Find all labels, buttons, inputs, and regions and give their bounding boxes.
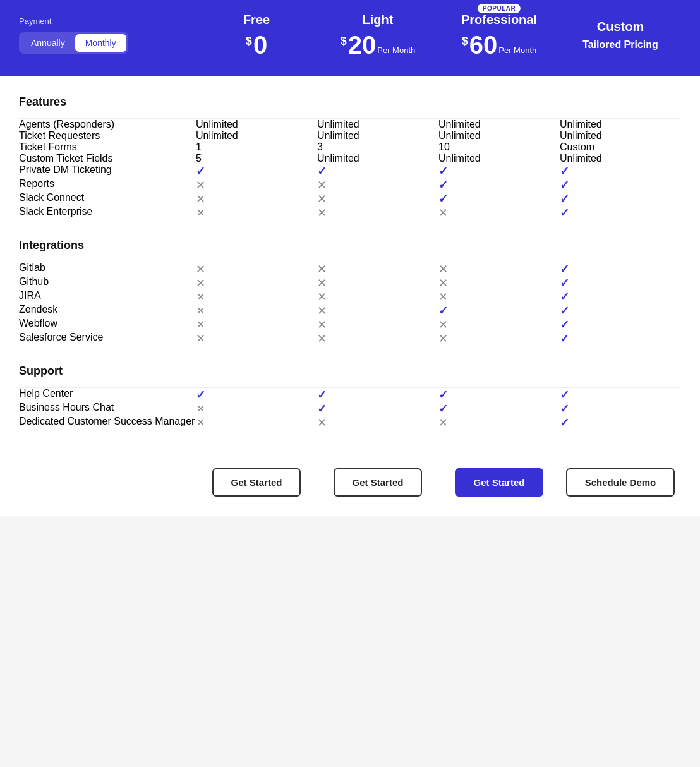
cell-1-0-0: ✕ xyxy=(196,262,317,276)
plan-free-amount: 0 xyxy=(253,32,267,57)
plan-free-price: $ 0 xyxy=(196,32,317,57)
cell-1-4-0: ✕ xyxy=(196,318,317,332)
cell-0-0-2: Unlimited xyxy=(438,119,560,130)
check-icon: ✓ xyxy=(560,193,569,205)
section-title-0: Features xyxy=(19,76,681,118)
annually-toggle[interactable]: Annually xyxy=(21,34,75,52)
features-table: FeaturesAgents (Responders)UnlimitedUnli… xyxy=(0,76,700,449)
row-label-0-7: Slack Enterprise xyxy=(19,206,196,220)
schedule-demo-button[interactable]: Schedule Demo xyxy=(566,468,675,497)
x-icon: ✕ xyxy=(196,207,205,219)
row-label-1-3: Zendesk xyxy=(19,304,196,318)
plan-light-amount: 20 xyxy=(348,32,377,57)
cell-1-1-3: ✓ xyxy=(560,276,681,290)
cell-1-2-1: ✕ xyxy=(317,290,438,304)
cell-0-2-0: 1 xyxy=(196,142,317,153)
cell-0-5-1: ✕ xyxy=(317,178,438,192)
row-label-0-4: Private DM Ticketing xyxy=(19,164,196,178)
check-icon: ✓ xyxy=(560,291,569,303)
payment-label: Payment xyxy=(19,16,196,26)
check-icon: ✓ xyxy=(438,402,448,415)
x-icon: ✕ xyxy=(438,416,448,429)
cell-0-7-2: ✕ xyxy=(438,206,560,220)
x-icon: ✕ xyxy=(438,277,448,289)
x-icon: ✕ xyxy=(196,305,205,317)
plan-light-period: Per Month xyxy=(377,45,415,55)
cell-0-4-1: ✓ xyxy=(317,164,438,178)
cell-0-2-2: 10 xyxy=(438,142,560,153)
cell-1-3-2: ✓ xyxy=(438,304,560,318)
footer-custom-btn: Schedule Demo xyxy=(560,468,681,497)
section-title-1: Integrations xyxy=(19,220,681,262)
cell-2-0-1: ✓ xyxy=(317,388,438,402)
cell-2-2-0: ✕ xyxy=(196,416,317,430)
footer-free-btn: Get Started xyxy=(196,468,317,497)
header: Payment Annually Monthly Free $ 0 Light … xyxy=(0,0,700,76)
check-icon: ✓ xyxy=(196,165,205,178)
x-icon: ✕ xyxy=(317,332,327,345)
cell-0-6-3: ✓ xyxy=(560,192,681,206)
check-icon: ✓ xyxy=(438,179,448,191)
row-label-2-0: Help Center xyxy=(19,388,196,402)
row-label-1-0: Gitlab xyxy=(19,262,196,276)
plan-professional-price: $ 60 Per Month xyxy=(438,32,560,57)
x-icon: ✕ xyxy=(196,402,205,415)
x-icon: ✕ xyxy=(196,179,205,191)
check-icon: ✓ xyxy=(317,389,327,401)
cell-1-4-1: ✕ xyxy=(317,318,438,332)
check-icon: ✓ xyxy=(317,402,327,415)
check-icon: ✓ xyxy=(560,207,569,219)
cell-0-7-3: ✓ xyxy=(560,206,681,220)
cell-1-4-2: ✕ xyxy=(438,318,560,332)
cell-0-1-1: Unlimited xyxy=(317,130,438,142)
plan-custom: Custom Tailored Pricing xyxy=(560,20,681,51)
x-icon: ✕ xyxy=(317,179,327,191)
cell-2-0-0: ✓ xyxy=(196,388,317,402)
plan-custom-name: Custom xyxy=(560,20,681,34)
plan-professional-amount: 60 xyxy=(469,32,498,57)
section-grid-1: Gitlab✕✕✕✓Github✕✕✕✓JIRA✕✕✕✓Zendesk✕✕✓✓W… xyxy=(19,262,681,346)
plan-free-name: Free xyxy=(196,13,317,27)
row-label-1-2: JIRA xyxy=(19,290,196,304)
x-icon: ✕ xyxy=(438,318,448,331)
x-icon: ✕ xyxy=(196,277,205,289)
check-icon: ✓ xyxy=(560,305,569,317)
monthly-toggle[interactable]: Monthly xyxy=(75,34,126,52)
footer-buttons: Get Started Get Started Get Started Sche… xyxy=(0,449,700,516)
cell-0-7-0: ✕ xyxy=(196,206,317,220)
x-icon: ✕ xyxy=(196,318,205,331)
cell-2-2-2: ✕ xyxy=(438,416,560,430)
cell-1-0-3: ✓ xyxy=(560,262,681,276)
row-label-2-2: Dedicated Customer Success Manager xyxy=(19,416,196,430)
section-grid-2: Help Center✓✓✓✓Business Hours Chat✕✓✓✓De… xyxy=(19,387,681,430)
cell-0-5-0: ✕ xyxy=(196,178,317,192)
check-icon: ✓ xyxy=(560,318,569,331)
plan-light-price: $ 20 Per Month xyxy=(317,32,438,57)
x-icon: ✕ xyxy=(196,263,205,275)
cell-0-4-0: ✓ xyxy=(196,164,317,178)
x-icon: ✕ xyxy=(196,193,205,205)
plan-custom-price: Tailored Pricing xyxy=(560,39,681,51)
row-label-0-5: Reports xyxy=(19,178,196,192)
cell-2-1-2: ✓ xyxy=(438,402,560,416)
cell-2-1-0: ✕ xyxy=(196,402,317,416)
get-started-free-button[interactable]: Get Started xyxy=(212,468,301,497)
cell-1-1-2: ✕ xyxy=(438,276,560,290)
cell-2-2-1: ✕ xyxy=(317,416,438,430)
get-started-professional-button[interactable]: Get Started xyxy=(455,468,544,497)
row-label-2-1: Business Hours Chat xyxy=(19,402,196,416)
popular-badge: POPULAR xyxy=(478,4,521,13)
get-started-light-button[interactable]: Get Started xyxy=(334,468,423,497)
cell-0-2-1: 3 xyxy=(317,142,438,153)
x-icon: ✕ xyxy=(438,291,448,303)
check-icon: ✓ xyxy=(438,305,448,317)
check-icon: ✓ xyxy=(560,416,569,429)
check-icon: ✓ xyxy=(438,389,448,401)
row-label-0-3: Custom Ticket Fields xyxy=(19,153,196,164)
row-label-1-4: Webflow xyxy=(19,318,196,332)
check-icon: ✓ xyxy=(438,165,448,178)
check-icon: ✓ xyxy=(560,277,569,289)
plan-professional: POPULAR Professional $ 60 Per Month xyxy=(438,13,560,57)
cell-1-3-3: ✓ xyxy=(560,304,681,318)
x-icon: ✕ xyxy=(438,332,448,345)
